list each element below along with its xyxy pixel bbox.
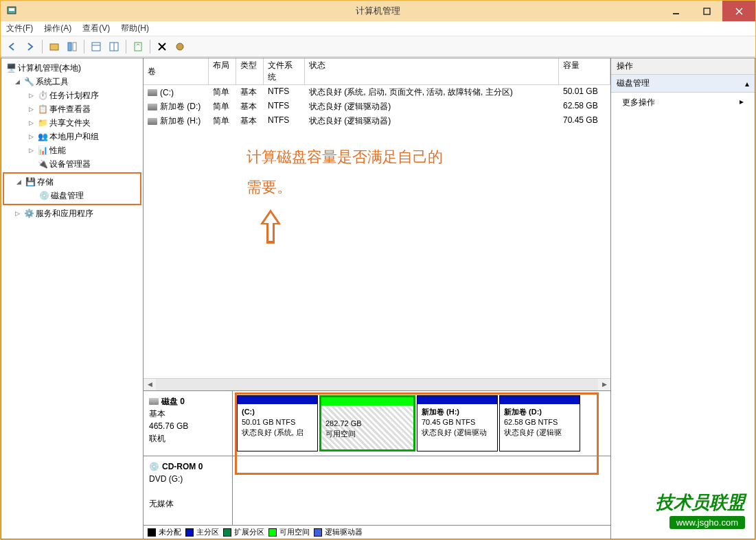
refresh-button[interactable] — [130, 39, 146, 54]
content-area: 🖥️计算机管理(本地) ◢🔧系统工具 ▷⏱️任务计划程序 ▷📋事件查看器 ▷📁共… — [1, 57, 755, 539]
toolbar-separator — [150, 40, 150, 54]
cdrom-partitions — [233, 456, 610, 526]
view-button-2[interactable] — [106, 39, 122, 54]
watermark-title: 技术员联盟 — [656, 491, 745, 515]
action-header: 操作 — [611, 58, 755, 75]
menu-file[interactable]: 文件(F) — [6, 23, 33, 34]
scroll-right-icon[interactable]: ▶ — [598, 381, 610, 388]
legend-primary: 主分区 — [185, 527, 219, 537]
col-status[interactable]: 状态 — [305, 58, 559, 84]
volume-row[interactable]: (C:) 简单 基本 NTFS 状态良好 (系统, 启动, 页面文件, 活动, … — [144, 85, 610, 99]
main-panel: 卷 布局 类型 文件系统 状态 容量 (C:) 简单 基本 NTFS 状态良好 … — [144, 58, 755, 539]
maximize-button[interactable] — [691, 1, 722, 21]
svg-rect-9 — [92, 43, 100, 51]
col-capacity[interactable]: 容量 — [559, 58, 610, 84]
scroll-track[interactable] — [156, 379, 598, 390]
menu-view[interactable]: 查看(V) — [82, 23, 110, 34]
disk-row: 磁盘 0 基本 465.76 GB 联机 (C:) 50.01 GB NTFS — [144, 391, 610, 456]
col-type[interactable]: 类型 — [236, 58, 264, 84]
action-section[interactable]: 磁盘管理 ▴ — [611, 75, 755, 93]
volume-row[interactable]: 新加卷 (D:) 简单 基本 NTFS 状态良好 (逻辑驱动器) 62.58 G… — [144, 99, 610, 114]
window-title: 计算机管理 — [356, 5, 400, 17]
disk-icon — [149, 398, 159, 405]
col-filesystem[interactable]: 文件系统 — [264, 58, 305, 84]
properties-button[interactable] — [65, 39, 80, 54]
app-icon — [6, 5, 17, 16]
up-button[interactable] — [47, 39, 62, 54]
annotation-arrow-icon — [260, 209, 281, 244]
view-button-1[interactable] — [89, 39, 104, 54]
tree-root[interactable]: 🖥️计算机管理(本地) — [3, 61, 141, 75]
menu-help[interactable]: 帮助(H) — [121, 23, 149, 34]
scroll-left-icon[interactable]: ◀ — [144, 381, 156, 388]
partition-h[interactable]: 新加卷 (H:) 70.45 GB NTFS 状态良好 (逻辑驱动 — [417, 395, 498, 451]
legend-unallocated: 未分配 — [148, 527, 181, 537]
svg-point-16 — [176, 43, 183, 50]
disk-partitions: (C:) 50.01 GB NTFS 状态良好 (系统, 启 282.72 GB — [233, 391, 610, 456]
main-window: 计算机管理 文件(F) 操作(A) 查看(V) 帮助(H) 🖥️计算机管理(本地… — [0, 0, 756, 540]
tree-storage-highlight: ◢💾存储 💿磁盘管理 — [3, 172, 141, 205]
disk-info[interactable]: 磁盘 0 基本 465.76 GB 联机 — [144, 391, 233, 456]
tree-scheduler[interactable]: ▷⏱️任务计划程序 — [3, 89, 141, 102]
svg-rect-8 — [73, 43, 76, 51]
delete-button[interactable] — [154, 39, 170, 54]
center-panel: 卷 布局 类型 文件系统 状态 容量 (C:) 简单 基本 NTFS 状态良好 … — [144, 58, 611, 539]
back-button[interactable] — [5, 39, 20, 54]
cdrom-info[interactable]: 💿CD-ROM 0 DVD (G:) 无媒体 — [144, 456, 233, 526]
menubar: 文件(F) 操作(A) 查看(V) 帮助(H) — [1, 21, 755, 36]
tree-diskmgmt[interactable]: 💿磁盘管理 — [4, 189, 140, 202]
toolbar-separator — [42, 40, 43, 54]
action-panel: 操作 磁盘管理 ▴ 更多操作 ▸ — [611, 58, 755, 539]
disk-layout-panel: 磁盘 0 基本 465.76 GB 联机 (C:) 50.01 GB NTFS — [144, 390, 610, 526]
close-button[interactable] — [722, 1, 755, 21]
legend: 未分配 主分区 扩展分区 可用空间 逻辑驱动器 — [144, 525, 610, 539]
legend-extended: 扩展分区 — [223, 527, 264, 537]
legend-logical: 逻辑驱动器 — [314, 527, 363, 537]
svg-rect-7 — [68, 43, 71, 51]
drive-icon — [148, 118, 157, 125]
svg-rect-6 — [50, 44, 58, 50]
settings-button[interactable] — [172, 39, 187, 54]
partition-header — [238, 396, 317, 404]
partition-d[interactable]: 新加卷 (D:) 62.58 GB NTFS 状态良好 (逻辑驱 — [499, 395, 580, 451]
partition-c[interactable]: (C:) 50.01 GB NTFS 状态良好 (系统, 启 — [237, 395, 318, 451]
watermark-url: www.jsgho.com — [669, 516, 745, 529]
tree-eventviewer[interactable]: ▷📋事件查看器 — [3, 102, 141, 116]
toolbar-separator — [126, 40, 126, 54]
volume-table: 卷 布局 类型 文件系统 状态 容量 (C:) 简单 基本 NTFS 状态良好 … — [144, 58, 610, 128]
drive-icon — [148, 89, 157, 96]
svg-rect-1 — [9, 8, 14, 11]
partition-header — [417, 396, 497, 404]
window-controls — [661, 1, 755, 21]
cdrom-icon: 💿 — [149, 460, 159, 473]
watermark: 技术员联盟 www.jsgho.com — [656, 491, 745, 529]
titlebar: 计算机管理 — [1, 1, 755, 21]
collapse-icon: ▴ — [745, 79, 749, 89]
chevron-right-icon: ▸ — [740, 97, 744, 108]
annotation-text: 计算磁盘容量是否满足自己的 需要。 — [144, 128, 610, 209]
col-volume[interactable]: 卷 — [144, 58, 209, 84]
tree-perf[interactable]: ▷📊性能 — [3, 143, 141, 157]
cdrom-row: 💿CD-ROM 0 DVD (G:) 无媒体 — [144, 456, 610, 526]
col-layout[interactable]: 布局 — [209, 58, 236, 84]
tree-devmgr[interactable]: 🔌设备管理器 — [3, 157, 141, 171]
nav-tree[interactable]: 🖥️计算机管理(本地) ◢🔧系统工具 ▷⏱️任务计划程序 ▷📋事件查看器 ▷📁共… — [1, 58, 144, 539]
forward-button[interactable] — [23, 39, 38, 54]
partition-free[interactable]: 282.72 GB 可用空间 — [319, 395, 415, 451]
partition-header — [321, 397, 413, 406]
toolbar — [1, 36, 755, 57]
tree-shared[interactable]: ▷📁共享文件夹 — [3, 116, 141, 130]
volume-row[interactable]: 新加卷 (H:) 简单 基本 NTFS 状态良好 (逻辑驱动器) 70.45 G… — [144, 114, 610, 128]
svg-rect-3 — [704, 8, 710, 14]
toolbar-separator — [84, 40, 84, 54]
action-more[interactable]: 更多操作 ▸ — [611, 93, 755, 113]
minimize-button[interactable] — [661, 1, 691, 21]
drive-icon — [148, 104, 157, 110]
tree-services[interactable]: ▷⚙️服务和应用程序 — [3, 207, 141, 220]
tree-storage[interactable]: ◢💾存储 — [4, 175, 140, 189]
menu-action[interactable]: 操作(A) — [44, 23, 71, 34]
horizontal-scrollbar[interactable]: ◀ ▶ — [144, 378, 610, 390]
tree-users[interactable]: ▷👥本地用户和组 — [3, 130, 141, 143]
legend-free: 可用空间 — [268, 527, 310, 537]
tree-systools[interactable]: ◢🔧系统工具 — [3, 75, 141, 89]
